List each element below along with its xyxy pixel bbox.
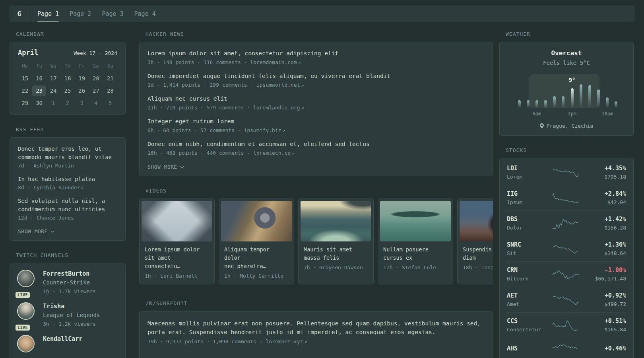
rss-item-title[interactable]: In hac habitasse platea (18, 175, 117, 183)
tab-page-1[interactable]: Page 1 (37, 6, 59, 22)
video-title[interactable]: Lorem ipsum dolor sit amet consectetu… (145, 245, 209, 270)
hn-item-domain[interactable]: ipsumify.biz (244, 127, 281, 133)
stock-change: +1.36% (586, 241, 626, 249)
calendar-widget: CALENDAR April Week 17 · 2024 MoTuWeThFr… (10, 31, 126, 115)
calendar-weekdays: MoTuWeThFrSaSu (18, 63, 117, 69)
twitch-channel-name[interactable]: KendallCarr (43, 335, 82, 343)
stock-symbol: DBS (507, 215, 546, 223)
stock-row[interactable]: DBSDolor+1.42%$156.28 (507, 210, 626, 236)
calendar-day: 28 (103, 86, 117, 96)
stock-row[interactable]: SNRCSit+1.36%$148.64 (507, 236, 626, 261)
video-card[interactable]: Mauris sit amet massa felis7h · Grayson … (298, 198, 374, 284)
video-thumbnail[interactable] (142, 201, 212, 241)
stock-values: +0.46% (586, 344, 626, 352)
stock-values: +4.35%$795.18 (586, 164, 626, 181)
weather-bar (544, 100, 547, 108)
hn-item-meta: 16h · 468 points · 440 comments · loremt… (147, 150, 485, 156)
show-more-button[interactable]: SHOW MORE (18, 228, 54, 234)
hn-item: Integer eget rutrum lorem6h · 60 points … (147, 117, 485, 133)
tab-page-4[interactable]: Page 4 (134, 6, 156, 22)
tab-page-2[interactable]: Page 2 (70, 6, 91, 22)
twitch-channel[interactable]: KendallCarr (17, 335, 118, 352)
weather-chart: 9° (515, 74, 621, 108)
hn-item-domain[interactable]: loremdomain.com (250, 59, 297, 65)
stock-row[interactable]: LDILorem+4.35%$795.18 (507, 160, 626, 185)
top-navigation: G Page 1Page 2Page 3Page 4 (10, 6, 634, 22)
hn-item-domain[interactable]: loremtech.co (253, 150, 291, 156)
calendar-day: 16 (32, 73, 47, 84)
weather-temp-label: 9° (569, 77, 576, 83)
calendar-weekday: Su (103, 63, 117, 69)
hn-item-domain[interactable]: ipsumworld.net (256, 82, 300, 88)
meta-separator: · (235, 127, 244, 133)
twitch-channel[interactable]: LIVETrishaLeague of Legends3h · 1.2k vie… (17, 302, 118, 328)
video-card[interactable]: Nullam posuere cursus ex17h · Stefan Col… (378, 198, 453, 284)
video-thumbnail[interactable] (221, 201, 292, 241)
show-more-button[interactable]: SHOW MORE (147, 164, 184, 170)
live-badge: LIVE (16, 325, 30, 331)
stock-sparkline (546, 294, 586, 306)
stock-price: $66,171.48 (586, 275, 626, 282)
external-link-icon: ↗ (304, 339, 307, 344)
subreddit-post-title[interactable]: Maecenas mollis pulvinar erat non posuer… (147, 319, 485, 337)
video-thumbnail[interactable] (380, 201, 451, 241)
subreddit-post-meta: 19h · 9,932 points · 1,090 comments · lo… (147, 339, 485, 344)
video-thumbnail[interactable] (301, 201, 371, 241)
twitch-channel-name[interactable]: Trisha (43, 302, 100, 310)
app-logo[interactable]: G (10, 6, 29, 22)
weather-bar (588, 85, 591, 108)
chevron-down-icon (50, 230, 54, 233)
video-title[interactable]: Aliquam tempor dolor nec pharetra… (224, 245, 289, 270)
stock-row[interactable]: IIGIpsum+2.84%$42.04 (507, 185, 626, 210)
video-title[interactable]: Suspendis diam (463, 245, 493, 262)
videos-row: Lorem ipsum dolor sit amet consectetu…1h… (139, 198, 493, 284)
twitch-section-label: TWITCH CHANNELS (16, 252, 126, 258)
rss-item-title[interactable]: Donec tempor eros leo, ut commodo mauris… (18, 145, 117, 161)
hn-item-title[interactable]: Donec imperdiet augue tincidunt felis al… (147, 72, 485, 80)
avatar (17, 335, 35, 352)
subreddit-post-domain[interactable]: loremnet.xyz (266, 339, 303, 344)
weather-bar (562, 96, 564, 108)
meta-separator: · (247, 82, 256, 88)
rss-item-meta: 7d · Ashlyn Martin (18, 163, 117, 169)
video-thumbnail[interactable] (460, 201, 493, 241)
stock-name: Amet (507, 301, 546, 308)
stock-row[interactable]: AHS+0.46% (507, 338, 626, 358)
video-card[interactable]: Suspendis diam18h · Tara (457, 198, 493, 284)
stock-id: SNRCSit (507, 241, 546, 257)
hn-item-title[interactable]: Aliquam nec cursus elit (147, 95, 485, 103)
calendar-day: 26 (75, 86, 89, 96)
calendar-section-label: CALENDAR (16, 31, 126, 37)
stock-symbol: AHS (507, 344, 546, 352)
twitch-channel[interactable]: LIVEForrestBurtonCounter-Strike1h · 1.7k… (17, 270, 118, 295)
video-card[interactable]: Aliquam tempor dolor nec pharetra…1h · M… (219, 198, 294, 284)
twitch-channel-name[interactable]: ForrestBurton (43, 270, 96, 278)
hn-item-title[interactable]: Integer eget rutrum lorem (147, 117, 485, 126)
video-meta: 1h · Lori Barnett (145, 273, 209, 279)
stock-symbol: SNRC (507, 241, 546, 249)
video-title[interactable]: Mauris sit amet massa felis (304, 245, 368, 262)
video-title[interactable]: Nullam posuere cursus ex (383, 245, 448, 262)
hn-item-title[interactable]: Donec enim nibh, condimentum et accumsan… (147, 140, 485, 148)
video-card[interactable]: Lorem ipsum dolor sit amet consectetu…1h… (139, 198, 215, 284)
stock-row[interactable]: AETAmet+0.92%$499.72 (507, 287, 626, 312)
tab-page-3[interactable]: Page 3 (102, 6, 123, 22)
hn-item-stats: 1d · 1,414 points · 299 comments (147, 82, 247, 88)
stock-symbol: IIG (507, 190, 546, 198)
weather-bar (615, 101, 617, 108)
stock-sparkline (546, 167, 586, 179)
stock-price: $795.18 (586, 173, 626, 181)
calendar-day: 1 (46, 98, 60, 108)
weather-chart-ticks: 6am2pm10pm (515, 111, 621, 117)
meta-separator: · (244, 105, 253, 111)
hn-item-domain[interactable]: loremlandia.org (253, 105, 300, 111)
right-column: WEATHER Overcast Feels like 5°C 9° 6am2p… (499, 31, 634, 358)
rss-item-title[interactable]: Sed volutpat nulla nisl, a condimentum n… (18, 197, 117, 214)
stock-change: +4.35% (586, 164, 626, 172)
stock-row[interactable]: CRNBitcorn-1.00%$66,171.48 (507, 261, 626, 287)
weather-feels-like: Feels like 5°C (508, 60, 625, 66)
stock-row[interactable]: CCSConsectetur+0.51%$165.84 (507, 312, 626, 338)
stock-change: +0.51% (586, 317, 626, 325)
stocks-section-label: STOCKS (506, 147, 634, 153)
hn-item-title[interactable]: Lorem ipsum dolor sit amet, consectetur … (147, 49, 485, 58)
